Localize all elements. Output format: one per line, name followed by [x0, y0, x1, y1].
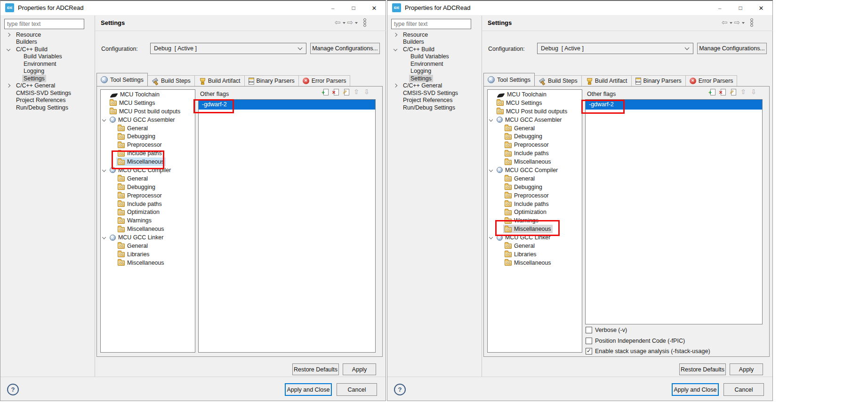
apply-button[interactable]: Apply [343, 363, 376, 375]
sidebar-item[interactable]: Resource [391, 31, 481, 39]
view-menu-icon[interactable] [363, 21, 366, 24]
sidebar-item[interactable]: Resource [4, 31, 94, 39]
edit-flag-icon[interactable] [342, 88, 350, 96]
delete-flag-icon[interactable] [719, 88, 726, 96]
tree-item[interactable]: Optimization [101, 208, 195, 216]
back-icon[interactable]: ⇦ [722, 18, 728, 27]
tree-item[interactable]: General [488, 124, 582, 133]
flag-item[interactable]: -gdwarf-2 [586, 100, 762, 110]
tab[interactable]: Build Steps [534, 75, 582, 86]
sidebar-item[interactable]: Run/Debug Settings [4, 104, 94, 111]
tree-item[interactable]: MCU GCC Assembler [488, 116, 582, 124]
tree-item[interactable]: MCU GCC Linker [488, 233, 582, 242]
sidebar-item[interactable]: Run/Debug Settings [391, 104, 481, 111]
apply-and-close-button[interactable]: Apply and Close [285, 383, 332, 396]
sidebar-item[interactable]: Builders [391, 39, 481, 46]
tree-item[interactable]: Miscellaneous [488, 158, 582, 166]
tree-item[interactable]: MCU Settings [488, 99, 582, 107]
move-down-icon[interactable] [750, 88, 757, 96]
tree-item[interactable]: General [101, 174, 195, 183]
tab[interactable]: Build Artifact [581, 75, 632, 86]
tree-item[interactable]: Miscellaneous [101, 259, 195, 267]
tree-item[interactable]: General [488, 174, 582, 183]
filter-input[interactable] [4, 19, 84, 29]
restore-defaults-button[interactable]: Restore Defaults [679, 363, 726, 375]
sidebar-item[interactable]: Logging [4, 68, 94, 75]
tree-item[interactable]: General [101, 124, 195, 133]
tree-item[interactable]: Libraries [488, 250, 582, 259]
apply-button[interactable]: Apply [730, 363, 763, 375]
filter-input[interactable] [391, 19, 471, 29]
sidebar-item[interactable]: Builders [4, 39, 94, 46]
sidebar-item[interactable]: Project References [4, 97, 94, 104]
tab[interactable]: Binary Parsers [244, 75, 299, 86]
tree-item[interactable]: Miscellaneous [488, 259, 582, 267]
tree-item[interactable]: MCU Toolchain [101, 90, 195, 99]
tab[interactable]: Build Artifact [194, 75, 245, 86]
tree-item[interactable]: Miscellaneous [101, 158, 195, 166]
tree-item[interactable]: Debugging [488, 183, 582, 191]
tab[interactable]: Tool Settings [483, 73, 535, 86]
tree-item[interactable]: General [488, 242, 582, 250]
maximize-icon[interactable]: □ [730, 1, 751, 15]
tree-item[interactable]: MCU GCC Assembler [101, 116, 195, 124]
sidebar-item[interactable]: Environment [391, 60, 481, 68]
tab[interactable]: Binary Parsers [631, 75, 686, 86]
tree-item[interactable]: Debugging [101, 132, 195, 141]
sidebar-item[interactable]: Settings [4, 75, 94, 82]
tab[interactable]: Tool Settings [96, 73, 148, 86]
configuration-dropdown[interactable]: Debug [ Active ] [537, 43, 693, 54]
forward-icon[interactable]: ⇨ [347, 18, 354, 27]
tree-item[interactable]: Preprocessor [488, 141, 582, 149]
help-icon[interactable]: ? [394, 384, 406, 395]
tree-item[interactable]: Include paths [488, 149, 582, 158]
apply-and-close-button[interactable]: Apply and Close [672, 383, 719, 396]
move-up-icon[interactable] [353, 88, 360, 96]
close-icon[interactable]: ✕ [364, 1, 385, 15]
tree-item[interactable]: Libraries [101, 250, 195, 259]
sidebar-item[interactable]: Build Variables [4, 53, 94, 61]
delete-flag-icon[interactable] [332, 88, 339, 96]
close-icon[interactable]: ✕ [751, 1, 772, 15]
tree-item[interactable]: Miscellaneous [488, 225, 582, 233]
tree-item[interactable]: Debugging [101, 183, 195, 191]
help-icon[interactable]: ? [7, 384, 19, 395]
sidebar-item[interactable]: C/C++ Build [391, 46, 481, 53]
forward-menu-icon[interactable] [742, 22, 745, 24]
tab[interactable]: Error Parsers [685, 75, 738, 86]
sidebar-item[interactable]: CMSIS-SVD Settings [4, 89, 94, 97]
restore-defaults-button[interactable]: Restore Defaults [292, 363, 339, 375]
option-checkbox[interactable]: Verbose (-v) [586, 326, 710, 334]
tree-item[interactable]: Preprocessor [101, 141, 195, 149]
tree-item[interactable]: Miscellaneous [101, 225, 195, 233]
move-up-icon[interactable] [739, 88, 747, 96]
cancel-button[interactable]: Cancel [723, 383, 764, 396]
tree-item[interactable]: Warnings [488, 216, 582, 225]
sidebar-item[interactable]: Environment [4, 60, 94, 68]
sidebar-item[interactable]: C/C++ General [391, 82, 481, 90]
sidebar-item[interactable]: Logging [391, 68, 481, 75]
tree-item[interactable]: Warnings [101, 216, 195, 225]
manage-configurations-button[interactable]: Manage Configurations... [697, 43, 767, 54]
tab[interactable]: Error Parsers [298, 75, 351, 86]
maximize-icon[interactable]: □ [343, 1, 364, 15]
sidebar-item[interactable]: C/C++ Build [4, 46, 94, 53]
cancel-button[interactable]: Cancel [337, 383, 377, 396]
tree-item[interactable]: Include paths [101, 200, 195, 208]
tree-item[interactable]: Include paths [101, 149, 195, 158]
tree-item[interactable]: MCU GCC Linker [101, 233, 195, 242]
back-menu-icon[interactable] [730, 22, 732, 24]
sidebar-item[interactable]: Settings [391, 75, 481, 82]
tree-item[interactable]: Debugging [488, 132, 582, 141]
forward-icon[interactable]: ⇨ [734, 18, 740, 27]
tree-item[interactable]: MCU Post build outputs [488, 107, 582, 116]
tree-item[interactable]: Optimization [488, 208, 582, 216]
tree-item[interactable]: MCU Settings [101, 99, 195, 107]
sidebar-item[interactable]: CMSIS-SVD Settings [391, 89, 481, 97]
tree-item[interactable]: Preprocessor [488, 191, 582, 200]
sidebar-item[interactable]: C/C++ General [4, 82, 94, 90]
back-icon[interactable]: ⇦ [335, 18, 341, 27]
tree-item[interactable]: General [101, 242, 195, 250]
add-flag-icon[interactable] [321, 88, 329, 96]
forward-menu-icon[interactable] [355, 22, 358, 24]
